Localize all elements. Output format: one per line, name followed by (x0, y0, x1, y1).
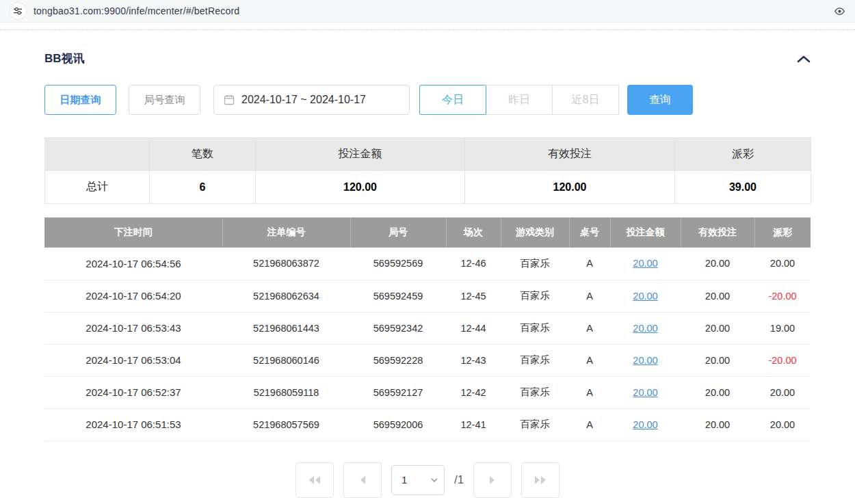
game-type: 百家乐 (501, 408, 569, 440)
bet-amount-link[interactable]: 20.00 (633, 291, 657, 302)
summary-count-value: 6 (150, 171, 256, 204)
session: 12-41 (446, 408, 501, 440)
valid-bet: 20.00 (681, 280, 754, 312)
summary-bet-amount-value: 120.00 (256, 171, 465, 204)
bet-record-panel: BB视讯 日期查询 局号查询 2024-10-17 ~ 2024-10-17 今… (0, 51, 855, 498)
table-row: 2024-10-17 06:52:37 521968059118 5695921… (44, 376, 811, 408)
bet-time: 2024-10-17 06:54:56 (44, 248, 222, 280)
table-no: A (569, 376, 610, 408)
site-settings-icon[interactable] (10, 3, 26, 19)
col-bet-amount: 投注金额 (610, 217, 681, 248)
last-page-button[interactable] (521, 462, 560, 498)
eye-icon[interactable] (834, 7, 845, 16)
total-pages-label: /1 (454, 473, 464, 487)
prev-page-icon (358, 475, 367, 485)
bet-table-header-row: 下注时间 注单编号 局号 场次 游戏类别 桌号 投注金额 有效投注 派彩 (44, 217, 811, 248)
last8days-button[interactable]: 近8日 (552, 85, 619, 115)
col-bet-time: 下注时间 (44, 217, 222, 248)
payout: 19.00 (754, 312, 811, 344)
valid-bet: 20.00 (681, 312, 754, 344)
valid-bet: 20.00 (681, 344, 754, 376)
url-text[interactable]: tongbao31.com:9900/infe/mcenter/#/betRec… (34, 5, 239, 16)
date-query-button[interactable]: 日期查询 (44, 85, 116, 115)
game-type: 百家乐 (501, 312, 569, 344)
col-game-type: 游戏类别 (501, 217, 569, 248)
table-no: A (569, 248, 610, 280)
bet-amount-link[interactable]: 20.00 (633, 258, 657, 269)
round-id: 569592006 (350, 408, 446, 440)
round-id: 569592569 (350, 248, 446, 280)
table-row: 2024-10-17 06:51:53 521968057569 5695920… (44, 408, 811, 440)
first-page-button[interactable] (295, 462, 334, 498)
bet-id: 521968063872 (222, 248, 350, 280)
bet-id: 521968061443 (222, 312, 350, 344)
page-select-wrapper: 1 (391, 465, 445, 495)
next-page-icon (488, 475, 497, 485)
payout: 20.00 (754, 408, 811, 440)
browser-url-bar: tongbao31.com:9900/infe/mcenter/#/betRec… (0, 0, 855, 23)
col-session: 场次 (446, 217, 501, 248)
game-type: 百家乐 (501, 280, 569, 312)
summary-valid-bet-value: 120.00 (465, 171, 675, 204)
table-no: A (569, 344, 610, 376)
bet-amount-link[interactable]: 20.00 (633, 355, 657, 366)
calendar-icon (224, 94, 235, 105)
session: 12-43 (446, 344, 501, 376)
collapse-chevron-icon[interactable] (797, 55, 811, 63)
session: 12-45 (446, 280, 501, 312)
round-id: 569592228 (350, 344, 446, 376)
prev-page-button[interactable] (343, 462, 382, 498)
first-page-icon (308, 475, 321, 485)
game-type: 百家乐 (501, 248, 569, 280)
col-table-no: 桌号 (569, 217, 610, 248)
session: 12-46 (446, 248, 501, 280)
summary-header-valid-bet: 有效投注 (465, 138, 675, 171)
round-id: 569592342 (350, 312, 446, 344)
payout: -20.00 (754, 344, 811, 376)
payout: 20.00 (754, 248, 811, 280)
page-select[interactable]: 1 (392, 466, 444, 494)
table-row: 2024-10-17 06:53:43 521968061443 5695923… (44, 312, 811, 344)
table-row: 2024-10-17 06:54:20 521968062634 5695924… (44, 280, 811, 312)
last-page-icon (534, 475, 547, 485)
table-row: 2024-10-17 06:54:56 521968063872 5695925… (44, 248, 811, 280)
session: 12-42 (446, 376, 501, 408)
table-no: A (569, 408, 610, 440)
summary-total-label: 总计 (45, 171, 150, 204)
game-type: 百家乐 (501, 376, 569, 408)
bet-id: 521968060146 (222, 344, 350, 376)
bet-id: 521968059118 (222, 376, 350, 408)
yesterday-button[interactable]: 昨日 (486, 85, 553, 115)
bet-time: 2024-10-17 06:53:04 (44, 344, 222, 376)
summary-payout-value: 39.00 (675, 171, 811, 204)
bet-time: 2024-10-17 06:51:53 (44, 408, 222, 440)
dashed-separator (0, 29, 855, 30)
col-round-id: 局号 (350, 217, 446, 248)
bet-time: 2024-10-17 06:52:37 (44, 376, 222, 408)
pagination: 1 /1 (44, 462, 811, 498)
bet-time: 2024-10-17 06:53:43 (44, 312, 222, 344)
today-button[interactable]: 今日 (419, 85, 486, 115)
summary-header-count: 笔数 (150, 138, 256, 171)
bet-id: 521968062634 (222, 280, 350, 312)
table-no: A (569, 312, 610, 344)
panel-title: BB视讯 (44, 51, 85, 66)
table-no: A (569, 280, 610, 312)
game-type: 百家乐 (501, 344, 569, 376)
bet-amount-link[interactable]: 20.00 (633, 323, 657, 334)
bet-amount-link[interactable]: 20.00 (633, 387, 657, 398)
search-button[interactable]: 查询 (627, 85, 693, 115)
next-page-button[interactable] (473, 462, 512, 498)
bet-amount-link[interactable]: 20.00 (633, 419, 657, 430)
summary-total-row: 总计 6 120.00 120.00 39.00 (45, 171, 811, 204)
valid-bet: 20.00 (681, 248, 754, 280)
round-id: 569592127 (350, 376, 446, 408)
date-range-picker[interactable]: 2024-10-17 ~ 2024-10-17 (213, 85, 410, 115)
bet-records-table: 下注时间 注单编号 局号 场次 游戏类别 桌号 投注金额 有效投注 派彩 202… (44, 217, 811, 441)
date-range-text: 2024-10-17 ~ 2024-10-17 (241, 94, 366, 106)
valid-bet: 20.00 (681, 376, 754, 408)
round-query-button[interactable]: 局号查询 (129, 85, 200, 115)
payout: 20.00 (754, 376, 811, 408)
table-row: 2024-10-17 06:53:04 521968060146 5695922… (44, 344, 811, 376)
col-valid-bet: 有效投注 (681, 217, 754, 248)
